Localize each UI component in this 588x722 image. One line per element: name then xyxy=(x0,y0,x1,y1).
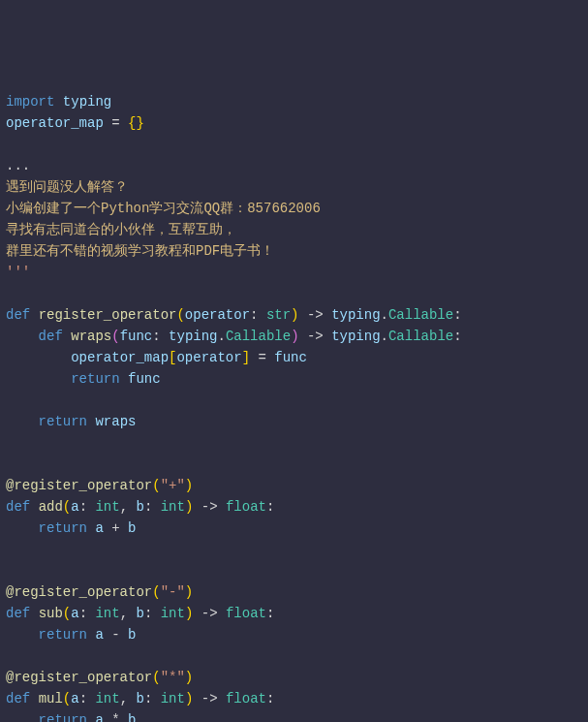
kw-return: return xyxy=(39,414,87,429)
kw-def: def xyxy=(6,499,30,515)
op-eq: = xyxy=(250,350,274,365)
comment-line-4: 群里还有不错的视频学习教程和PDF电子书！ xyxy=(6,243,274,259)
str-minus: "-" xyxy=(161,584,185,600)
brace-close: } xyxy=(136,115,143,131)
op-plus: + xyxy=(111,520,119,536)
mod-typing: typing xyxy=(63,94,111,110)
kw-import: import xyxy=(6,94,54,110)
paren-open: ( xyxy=(152,670,160,685)
type-typing: typing xyxy=(169,329,217,344)
type-float: float xyxy=(226,499,266,515)
fn-add: add xyxy=(39,499,63,515)
paren-close: ) xyxy=(185,670,193,685)
paren-open: ( xyxy=(176,307,184,323)
bracket-close: ] xyxy=(242,350,250,365)
type-int: int xyxy=(95,691,119,706)
op-star: * xyxy=(111,712,119,722)
arrow: -> xyxy=(193,606,226,621)
type-int: int xyxy=(161,606,185,621)
type-int: int xyxy=(95,499,119,515)
ret-wraps: wraps xyxy=(87,414,136,429)
fn-register-operator: register_operator xyxy=(39,307,177,323)
colon: : xyxy=(79,691,96,706)
val-func: func xyxy=(274,350,307,365)
code-block: import typing operator_map = {} ... 遇到问题… xyxy=(6,91,582,722)
kw-def: def xyxy=(39,329,63,344)
dot: . xyxy=(381,307,388,323)
comment-line-3: 寻找有志同道合的小伙伴，互帮互助， xyxy=(6,222,236,237)
param-a: a xyxy=(71,691,78,706)
type-str: str xyxy=(266,307,291,323)
ret-func: func xyxy=(120,371,161,387)
dot: . xyxy=(218,329,226,344)
kw-return: return xyxy=(71,371,119,387)
kw-def: def xyxy=(6,691,30,706)
decorator-add: @register_operator xyxy=(6,478,152,493)
param-func: func xyxy=(120,329,153,344)
paren-open: ( xyxy=(63,606,71,621)
str-star: "*" xyxy=(161,670,185,685)
type-callable: Callable xyxy=(226,329,291,344)
colon: : xyxy=(152,329,169,344)
type-float: float xyxy=(226,691,266,706)
colon: : xyxy=(144,499,161,515)
fn-sub: sub xyxy=(39,606,63,621)
expr-a: a xyxy=(87,712,111,722)
colon-end: : xyxy=(453,307,461,323)
comment-line-2: 小编创建了一个Python学习交流QQ群：857662006 xyxy=(6,201,321,216)
arrow: -> xyxy=(193,691,226,706)
ret-typing: typing xyxy=(331,329,380,344)
arrow: -> xyxy=(193,499,226,515)
expr-b: b xyxy=(120,627,137,643)
arrow: -> xyxy=(299,307,332,323)
fn-mul: mul xyxy=(39,691,63,706)
colon-end: : xyxy=(266,499,274,515)
op-eq: = xyxy=(104,115,128,131)
key-operator: operator xyxy=(176,350,241,365)
expr-b: b xyxy=(120,712,137,722)
colon-end: : xyxy=(453,329,461,344)
expr-b: b xyxy=(120,520,137,536)
ret-callable: Callable xyxy=(388,307,453,323)
type-int: int xyxy=(95,606,119,621)
colon-end: : xyxy=(266,606,274,621)
param-operator: operator xyxy=(185,307,250,323)
decorator-mul: @register_operator xyxy=(6,670,152,685)
paren-open: ( xyxy=(63,499,71,515)
fn-wraps: wraps xyxy=(71,329,111,344)
comma: , xyxy=(120,691,137,706)
colon: : xyxy=(144,606,161,621)
type-int: int xyxy=(161,691,185,706)
type-float: float xyxy=(226,606,266,621)
ret-typing: typing xyxy=(331,307,380,323)
paren-open: ( xyxy=(111,329,119,344)
paren-open: ( xyxy=(152,478,160,493)
expr-a: a xyxy=(87,520,111,536)
expr-a: a xyxy=(87,627,111,643)
kw-def: def xyxy=(6,606,30,621)
kw-return: return xyxy=(39,627,87,643)
ret-callable: Callable xyxy=(388,329,453,344)
paren-close: ) xyxy=(291,329,298,344)
paren-open: ( xyxy=(152,584,160,600)
param-a: a xyxy=(71,499,78,515)
kw-return: return xyxy=(39,520,87,536)
paren-close: ) xyxy=(185,478,193,493)
colon: : xyxy=(79,499,96,515)
param-a: a xyxy=(71,606,78,621)
comma: , xyxy=(120,606,137,621)
paren-open: ( xyxy=(63,691,71,706)
op-minus: - xyxy=(111,627,119,643)
kw-return: return xyxy=(39,712,87,722)
decorator-sub: @register_operator xyxy=(6,584,152,600)
colon: : xyxy=(79,606,96,621)
param-b: b xyxy=(137,691,144,706)
var-operator-map: operator_map xyxy=(71,350,169,365)
docstring-end: ''' xyxy=(6,265,30,280)
dot: . xyxy=(381,329,388,344)
paren-close: ) xyxy=(185,584,193,600)
comma: , xyxy=(120,499,137,515)
ellipsis: ... xyxy=(6,158,30,173)
colon: : xyxy=(250,307,266,323)
colon: : xyxy=(144,691,161,706)
